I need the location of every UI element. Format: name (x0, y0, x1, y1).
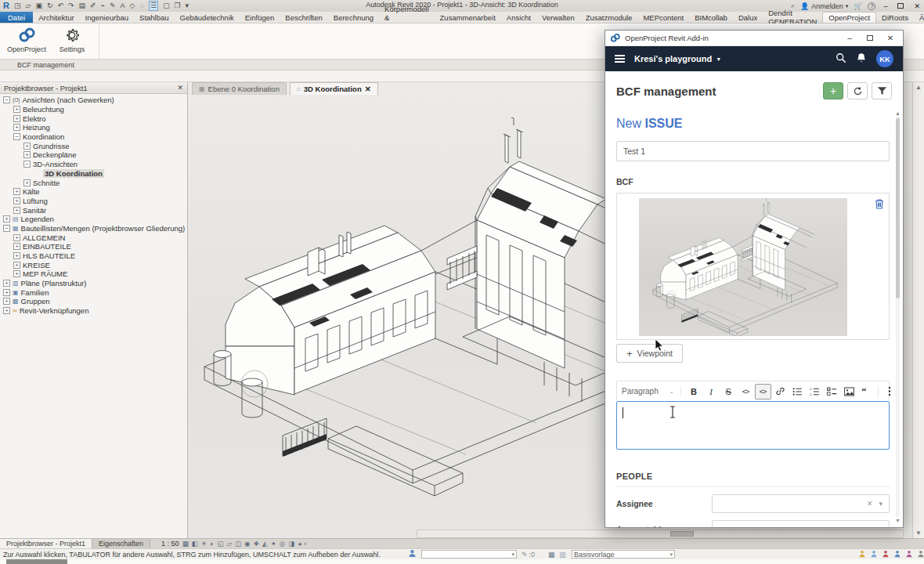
close-icon[interactable]: ✕ (177, 84, 183, 92)
close-inactive-windows-icon[interactable]: ▢ (163, 2, 170, 10)
scale-button[interactable]: 1 : 50 (161, 540, 179, 548)
tab-datei[interactable]: Datei (0, 12, 33, 23)
tree-item-beleuchtung[interactable]: +Beleuchtung (0, 105, 187, 114)
collapse-icon[interactable]: − (13, 133, 20, 140)
expand-icon[interactable]: + (3, 215, 10, 222)
tree-item-deckenpl-ne[interactable]: +Deckenpläne (0, 150, 187, 160)
scrollbar-thumb[interactable] (670, 531, 694, 537)
expand-icon[interactable]: + (13, 270, 20, 277)
tab-ansicht[interactable]: Ansicht (501, 12, 536, 23)
refresh-button[interactable] (847, 82, 868, 99)
tree-item-legenden[interactable]: +▤Legenden (0, 215, 187, 224)
description-textarea[interactable] (616, 401, 890, 450)
tab-diroots[interactable]: DiRoots (876, 12, 914, 23)
design-options-icon[interactable]: ▦ (548, 551, 555, 559)
tree-item-k-lte[interactable]: +Kälte (0, 187, 187, 197)
tab-openproject[interactable]: OpenProject (822, 12, 876, 23)
collapse-icon[interactable]: − (3, 225, 10, 232)
code-block-icon[interactable]: <> (755, 384, 771, 400)
modify-window-icon[interactable]: ◳ (14, 2, 21, 10)
main-model-icon[interactable]: ▥ (559, 551, 566, 559)
viewpoint-thumbnail[interactable] (639, 198, 847, 336)
openproject-button[interactable]: OpenProject (6, 25, 47, 58)
tab-zusammenarbeit[interactable]: Zusammenarbeit (435, 12, 501, 23)
tree-item-heizung[interactable]: +Heizung (0, 123, 187, 132)
chevron-down-icon[interactable]: ▾ (879, 500, 882, 508)
tab-berechnung[interactable]: Berechnung (328, 12, 379, 23)
tree-item-gruppen[interactable]: +▩Gruppen (0, 297, 187, 306)
add-issue-button[interactable]: + (823, 82, 843, 99)
menu-icon[interactable] (615, 55, 625, 63)
sun-path-icon[interactable]: ☀ (201, 540, 208, 548)
tree-item-grundrisse[interactable]: +Grundrisse (0, 141, 187, 150)
help-button[interactable]: ? (868, 2, 875, 10)
filter-button[interactable] (872, 82, 892, 99)
insert-image-icon[interactable] (841, 384, 857, 400)
view-tab-ebene0[interactable]: ▦ Ebene 0 Koordination (192, 82, 287, 95)
expand-icon[interactable]: + (13, 124, 20, 131)
expand-icon[interactable]: + (13, 262, 20, 269)
save-icon[interactable]: ▣ (35, 2, 42, 10)
displace-elements-icon[interactable]: ✦ (271, 540, 276, 548)
scrollbar-thumb[interactable] (896, 118, 900, 298)
tree-item-elektro[interactable]: +Elektro (0, 114, 187, 123)
tab-ndern[interactable]: Ändern (914, 12, 924, 23)
workset-select[interactable]: ▾ (421, 550, 517, 559)
trash-icon[interactable] (875, 198, 884, 211)
drag-on-selection-icon[interactable] (917, 550, 924, 559)
customize-quick-access-icon[interactable]: ▾ (186, 2, 189, 10)
tree-item-3d-koordination[interactable]: 3D Koordination (0, 169, 187, 179)
constraints-icon[interactable]: ◎ (280, 540, 285, 548)
tab-architektur[interactable]: Architektur (33, 12, 79, 23)
chevron-down-icon[interactable]: ▾ (879, 526, 882, 527)
tab-ingenieurbau[interactable]: Ingenieurbau (80, 12, 134, 23)
maximize-button[interactable] (862, 34, 878, 42)
expand-icon[interactable]: + (3, 289, 10, 296)
minimize-button[interactable]: – (842, 34, 857, 42)
clear-icon[interactable]: ✕ (867, 526, 873, 527)
tab-geb-udetechnik[interactable]: Gebäudetechnik (175, 12, 240, 23)
tree-item-hls-bauteile[interactable]: +HLS BAUTEILE (0, 251, 187, 261)
expand-icon[interactable]: + (3, 307, 10, 314)
view-tab-3d-koordination[interactable]: ⌂ 3D Koordination ✕ (290, 82, 378, 95)
tab-dendrit-generation[interactable]: Dendrit GENERATION (763, 12, 822, 23)
close-icon[interactable]: ✕ (365, 85, 371, 93)
tab-mepcontent[interactable]: MEPcontent (637, 12, 689, 23)
undo-icon[interactable]: ↶ (57, 2, 63, 10)
analytical-model-icon[interactable]: ◨ (288, 540, 294, 548)
tree-item-sanit-r[interactable]: +Sanitär (0, 205, 187, 215)
tree-item-koordination[interactable]: −Koordination (0, 132, 187, 142)
modify-line-icon[interactable]: ⌁ (101, 2, 105, 10)
sync-with-central-icon[interactable]: ↻ (47, 2, 53, 10)
close-button[interactable]: ✕ (882, 34, 898, 42)
inline-code-icon[interactable]: <> (738, 384, 754, 400)
print-icon[interactable]: ▤ (79, 2, 86, 10)
expand-icon[interactable]: + (13, 115, 20, 122)
link-icon[interactable] (772, 384, 789, 400)
bottom-tab-eigenschaften[interactable]: Eigenschaften (92, 539, 150, 548)
horizontal-scrollbar[interactable]: › (417, 530, 904, 538)
expand-icon[interactable]: + (13, 234, 20, 241)
issue-title-input[interactable] (616, 141, 890, 161)
tree-item-kreise[interactable]: +KREISE (0, 260, 187, 269)
restore-button[interactable] (895, 2, 906, 10)
bell-icon[interactable] (856, 52, 867, 65)
edit-icon[interactable]: ✎ (110, 2, 116, 10)
crop-region-icon[interactable]: ▱ (226, 540, 232, 548)
tree-item-ansichten-nach-gewerken[interactable]: −{O}Ansichten (nach Gewerken) (0, 96, 187, 105)
tree-item-revit-verkn-pfungen[interactable]: +∞Revit-Verknüpfungen (0, 306, 187, 316)
tab-stahlbau[interactable]: Stahlbau (134, 12, 175, 23)
strikethrough-icon[interactable]: S (720, 384, 737, 400)
expand-icon[interactable]: + (13, 188, 20, 195)
expand-icon[interactable]: + (3, 298, 10, 305)
block-quote-icon[interactable]: “ (858, 384, 875, 400)
tree-item-bauteillisten-mengen-projektbrowser-gliederung[interactable]: −▦Bauteillisten/Mengen (Projektbrowser G… (0, 224, 187, 233)
expand-icon[interactable]: + (13, 106, 20, 113)
collapse-icon[interactable]: ‹ (305, 540, 307, 548)
tree-item-schnitte[interactable]: +Schnitte (0, 178, 187, 187)
tab-beschriften[interactable]: Beschriften (280, 12, 328, 23)
close-button[interactable]: ✕ (911, 2, 922, 10)
editable-only-icon[interactable] (870, 550, 878, 559)
text-icon[interactable]: A (121, 2, 125, 10)
expand-icon[interactable]: + (13, 207, 20, 214)
